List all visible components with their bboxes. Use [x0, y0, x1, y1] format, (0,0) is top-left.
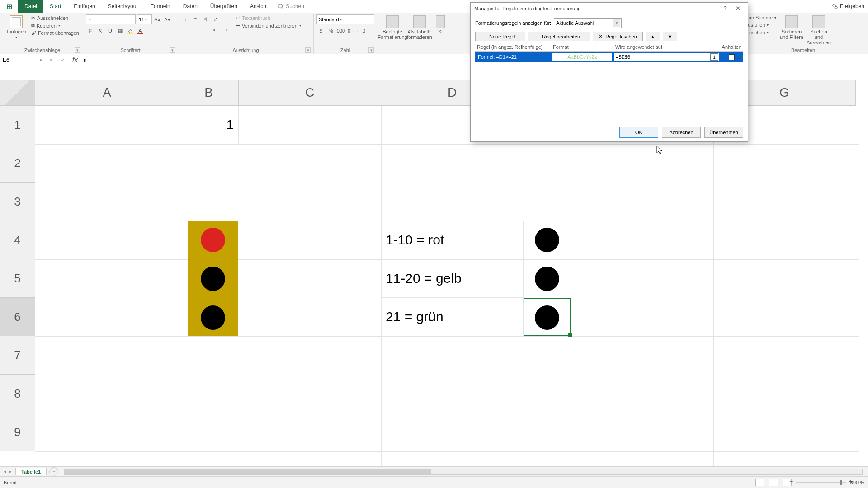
- merge-center-button[interactable]: ⬌Verbinden und zentrieren▾: [235, 22, 302, 29]
- underline-button[interactable]: U: [106, 26, 115, 35]
- border-button[interactable]: ▦: [116, 26, 125, 35]
- cell-d5[interactable]: 11-20 = gelb: [381, 259, 524, 298]
- cf-rules-manager-dialog: Manager für Regeln zur bedingten Formati…: [470, 2, 748, 142]
- font-name-select[interactable]: [86, 14, 136, 24]
- cancel-edit-button[interactable]: ✕: [45, 57, 57, 63]
- fx-icon[interactable]: fx: [69, 54, 81, 66]
- row-header-9[interactable]: 9: [0, 413, 35, 451]
- view-pagelayout-button[interactable]: [769, 479, 778, 486]
- row-header-5[interactable]: 5: [0, 259, 35, 298]
- cell-d6[interactable]: 21 = grün: [381, 298, 524, 336]
- paste-button[interactable]: Einfügen ▾: [5, 14, 28, 39]
- italic-button[interactable]: K: [96, 26, 105, 35]
- sheet-nav-prev[interactable]: ◂: [4, 469, 6, 474]
- view-normal-button[interactable]: [755, 479, 764, 486]
- add-sheet-button[interactable]: ＋: [49, 467, 58, 476]
- delete-rule-button[interactable]: ✕Regel löschen: [593, 32, 643, 41]
- edit-rule-button[interactable]: Regel bearbeiten...: [528, 32, 590, 41]
- align-middle-button[interactable]: ≡: [191, 14, 200, 23]
- dialog-apply-button[interactable]: Übernehmen: [704, 127, 743, 138]
- range-picker-icon[interactable]: ↥: [710, 53, 718, 61]
- align-top-button[interactable]: ⫶: [181, 14, 190, 23]
- align-left-button[interactable]: ≡: [181, 25, 190, 34]
- row-header-1[interactable]: 1: [0, 106, 35, 144]
- increase-font-button[interactable]: A▴: [153, 15, 162, 24]
- dialog-help-button[interactable]: ?: [719, 5, 731, 12]
- cut-button[interactable]: ✂Ausschneiden: [30, 14, 80, 21]
- confirm-edit-button[interactable]: ✓: [57, 57, 69, 63]
- show-rules-for-select[interactable]: Aktuelle Auswahl▼: [554, 18, 622, 28]
- dialog-close-button[interactable]: ✕: [731, 5, 744, 12]
- new-rule-button[interactable]: Neue Regel...: [475, 32, 525, 41]
- share-button[interactable]: Freigeben: [832, 3, 864, 9]
- indent-inc-button[interactable]: ⇥: [221, 25, 230, 34]
- zoom-slider[interactable]: [796, 482, 846, 483]
- percent-button[interactable]: %: [326, 26, 335, 35]
- row-header-2[interactable]: 2: [0, 144, 35, 183]
- align-bottom-button[interactable]: ⫷: [201, 14, 210, 23]
- zoom-value[interactable]: 390 %: [850, 480, 864, 485]
- dialog-cancel-button[interactable]: Abbrechen: [662, 127, 701, 138]
- name-box[interactable]: E6▾: [0, 54, 45, 66]
- wrap-text-button[interactable]: ↩Textumbruch: [235, 14, 302, 21]
- tell-me-search[interactable]: Suchen: [278, 3, 304, 9]
- sheet-tab-1[interactable]: Tabelle1: [15, 468, 47, 475]
- tab-view[interactable]: Ansicht: [244, 0, 274, 13]
- cell-d4[interactable]: 1-10 = rot: [381, 221, 524, 259]
- sort-filter-button[interactable]: Sortieren und Filtern: [779, 14, 804, 40]
- alignment-launcher[interactable]: ▾: [305, 47, 311, 53]
- bold-button[interactable]: F: [86, 26, 95, 35]
- row-header-7[interactable]: 7: [0, 336, 35, 375]
- rules-col-format: Format: [551, 44, 613, 50]
- fill-color-button[interactable]: ◇: [126, 26, 135, 35]
- row-header-8[interactable]: 8: [0, 375, 35, 413]
- rule-row-1[interactable]: Formel: =D1>=21 AaBbCcYyZz =$E$6 ↥: [475, 52, 743, 62]
- tab-data[interactable]: Daten: [177, 0, 204, 13]
- tab-review[interactable]: Überprüfen: [204, 0, 244, 13]
- find-select-button[interactable]: Suchen und Auswählen: [806, 14, 831, 45]
- decrease-font-button[interactable]: A▾: [163, 15, 172, 24]
- col-header-c[interactable]: C: [239, 80, 381, 106]
- rules-list[interactable]: Formel: =D1>=21 AaBbCcYyZz =$E$6 ↥: [475, 52, 743, 119]
- copy-button[interactable]: ⧉Kopieren▾: [30, 22, 80, 29]
- cell-b1[interactable]: 1: [179, 106, 239, 144]
- sheet-nav-next[interactable]: ▸: [9, 469, 12, 474]
- currency-button[interactable]: $: [316, 26, 326, 35]
- rule-range-input[interactable]: =$E$6 ↥: [613, 52, 720, 61]
- col-header-b[interactable]: B: [179, 80, 239, 106]
- row-header-6[interactable]: 6: [0, 298, 35, 336]
- format-as-table-button[interactable]: Als Tabelle formatieren: [407, 14, 432, 40]
- font-color-button[interactable]: A: [136, 26, 145, 35]
- tab-file[interactable]: Datei: [18, 0, 43, 13]
- tab-formulas[interactable]: Formeln: [144, 0, 177, 13]
- font-launcher[interactable]: ▾: [170, 47, 175, 53]
- dec-decimal-button[interactable]: ←.0: [356, 26, 365, 35]
- tab-layout[interactable]: Seitenlayout: [102, 0, 144, 13]
- horizontal-scrollbar[interactable]: [64, 469, 863, 475]
- row-headers[interactable]: 1 2 3 4 5 6 7 8 9: [0, 106, 35, 474]
- number-launcher[interactable]: ▾: [368, 47, 374, 53]
- tab-start[interactable]: Start: [43, 0, 67, 13]
- orientation-button[interactable]: ⤢: [211, 14, 220, 23]
- rule-stop-if-true[interactable]: [720, 52, 743, 62]
- row-header-4[interactable]: 4: [0, 221, 35, 259]
- indent-dec-button[interactable]: ⇤: [211, 25, 220, 34]
- select-all-corner[interactable]: [0, 80, 35, 106]
- align-right-button[interactable]: ≡: [201, 25, 210, 34]
- thousands-button[interactable]: 000: [336, 26, 345, 35]
- format-painter-button[interactable]: 🖌Format übertragen: [30, 30, 80, 36]
- conditional-format-button[interactable]: Bedingte Formatierung: [380, 14, 405, 40]
- inc-decimal-button[interactable]: .0→: [346, 26, 355, 35]
- cell-styles-button[interactable]: St: [434, 14, 447, 34]
- tab-insert[interactable]: Einfügen: [67, 0, 101, 13]
- row-header-3[interactable]: 3: [0, 183, 35, 221]
- dialog-ok-button[interactable]: OK: [619, 127, 658, 138]
- font-size-select[interactable]: 11: [137, 14, 152, 24]
- move-rule-up-button[interactable]: ▲: [646, 32, 660, 41]
- col-header-a[interactable]: A: [35, 80, 179, 106]
- clipboard-launcher[interactable]: ▾: [75, 47, 80, 53]
- align-center-button[interactable]: ≡: [191, 25, 200, 34]
- svg-point-3: [835, 6, 837, 9]
- number-format-select[interactable]: Standard: [316, 14, 374, 24]
- move-rule-down-button[interactable]: ▼: [663, 32, 677, 41]
